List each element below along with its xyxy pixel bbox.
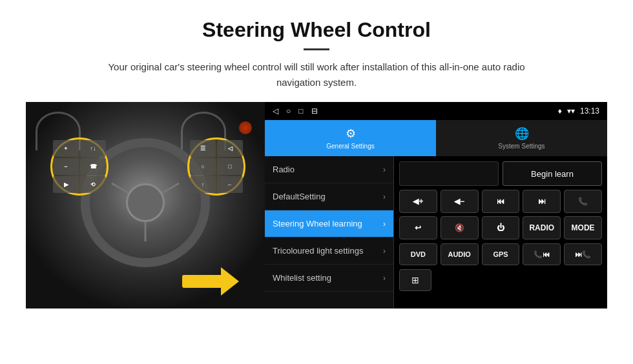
status-bar: ◁ ○ □ ⊟ ♦ ▾▾ 13:13: [265, 102, 607, 120]
last-row: ⊞: [399, 269, 602, 291]
call-button[interactable]: 📞: [564, 190, 602, 213]
system-settings-icon: 🌐: [515, 126, 529, 141]
vol-down-icon: ◀−: [454, 197, 464, 206]
tab-bar: ⚙ General Settings 🌐 System Settings: [265, 120, 607, 156]
nav-icons: ◁ ○ □ ⊟: [273, 106, 318, 116]
power-button[interactable]: ⏻: [482, 216, 520, 239]
audio-label: AUDIO: [448, 250, 470, 258]
chevron-icon-radio: ›: [383, 165, 386, 174]
prev-button[interactable]: ⏮: [482, 190, 520, 213]
vol-down-button[interactable]: ◀−: [441, 190, 479, 213]
subtitle: Your original car's steering wheel contr…: [97, 59, 536, 90]
back-nav-icon[interactable]: ◁: [273, 106, 278, 116]
vol-up-icon: ◀+: [413, 197, 423, 206]
menu-steering-label: Steering Wheel learning: [273, 219, 362, 228]
control-grid-row1: ◀+ ◀− ⏮ ⏭ 📞: [399, 190, 602, 239]
menu-item-default-setting[interactable]: DefaultSetting ›: [265, 183, 393, 210]
prev-call-icon: ⏭📞: [575, 250, 591, 259]
menu-tricoloured-label: Tricoloured light settings: [273, 246, 363, 256]
radio-button[interactable]: RADIO: [523, 216, 561, 239]
time-display: 13:13: [580, 106, 599, 116]
tab-general-settings[interactable]: ⚙ General Settings: [265, 120, 436, 156]
back-call-button[interactable]: ↩: [399, 216, 437, 239]
ctrl-left: ←: [217, 176, 243, 193]
menu-item-radio[interactable]: Radio ›: [265, 156, 393, 183]
menu-whitelist-label: Whitelist setting: [273, 273, 331, 283]
gps-label: GPS: [493, 250, 508, 258]
page-title: Steering Wheel Control: [26, 18, 607, 42]
location-icon: ♦: [558, 106, 562, 116]
page-wrapper: Steering Wheel Control Your original car…: [0, 0, 633, 321]
chevron-icon-default: ›: [383, 192, 386, 201]
call-prev-button[interactable]: 📞⏮: [523, 243, 561, 265]
back-call-icon: ↩: [415, 223, 421, 232]
menu-item-steering-wheel[interactable]: Steering Wheel learning ›: [265, 210, 393, 238]
ctrl-square: □: [217, 158, 243, 175]
chevron-icon-steering: ›: [383, 219, 386, 228]
left-menu: Radio › DefaultSetting › Steering Wheel …: [265, 156, 394, 308]
menu-radio-label: Radio: [273, 165, 295, 174]
content-area: + ↑↓ − ☎ ▶ ⟲ ☰ ◁ ○ □ ↑ ←: [26, 102, 607, 308]
radio-label: RADIO: [529, 223, 554, 232]
chevron-icon-whitelist: ›: [383, 274, 386, 283]
home-nav-icon[interactable]: ○: [286, 106, 291, 116]
ctrl-back: ⟲: [80, 176, 106, 193]
ctrl-back2: ◁: [217, 140, 243, 157]
call-prev-icon: 📞⏮: [534, 250, 550, 259]
begin-learn-button[interactable]: Begin learn: [503, 161, 602, 186]
title-divider: [304, 48, 329, 50]
menu-item-tricoloured[interactable]: Tricoloured light settings ›: [265, 238, 393, 265]
tab-general-label: General Settings: [326, 143, 375, 150]
ctrl-play: ▶: [53, 176, 79, 193]
dvd-button[interactable]: DVD: [399, 243, 437, 265]
steering-center: [126, 183, 165, 222]
tab-system-label: System Settings: [498, 143, 545, 150]
warning-light: [239, 121, 252, 134]
prev-call-button[interactable]: ⏭📞: [564, 243, 602, 265]
top-row: Begin learn: [399, 161, 602, 186]
left-controls: + ↑↓ − ☎ ▶ ⟲: [53, 140, 106, 193]
tab-system-settings[interactable]: 🌐 System Settings: [436, 120, 607, 156]
grid-icon: ⊞: [411, 275, 419, 285]
arrow-head: [221, 267, 239, 296]
gps-button[interactable]: GPS: [482, 243, 520, 265]
status-indicators: ♦ ▾▾ 13:13: [558, 106, 599, 116]
power-icon: ⏻: [497, 223, 504, 232]
title-section: Steering Wheel Control Your original car…: [26, 18, 607, 90]
chevron-icon-tricoloured: ›: [383, 247, 386, 256]
menu-item-whitelist[interactable]: Whitelist setting ›: [265, 265, 393, 292]
next-button[interactable]: ⏭: [523, 190, 561, 213]
right-panel: Begin learn ◀+ ◀− ⏮: [394, 156, 607, 308]
main-content: Radio › DefaultSetting › Steering Wheel …: [265, 156, 607, 308]
ctrl-minus: −: [53, 158, 79, 175]
android-ui: ◁ ○ □ ⊟ ♦ ▾▾ 13:13 ⚙ General Settings: [265, 102, 607, 308]
mute-button[interactable]: 🔇: [441, 216, 479, 239]
call-icon: 📞: [578, 197, 588, 206]
grid-icon-button[interactable]: ⊞: [399, 269, 431, 291]
menu-nav-icon[interactable]: ⊟: [311, 106, 318, 116]
dvd-label: DVD: [411, 250, 426, 258]
general-settings-icon: ⚙: [346, 126, 356, 141]
ctrl-home: ○: [190, 158, 216, 175]
menu-default-label: DefaultSetting: [273, 192, 326, 201]
mute-icon: 🔇: [455, 223, 464, 232]
arrow-body: [182, 275, 221, 288]
signal-icon: ▾▾: [567, 106, 575, 116]
mode-label: MODE: [572, 223, 595, 232]
empty-input-box: [399, 161, 499, 186]
ctrl-plus: +: [53, 140, 79, 157]
ctrl-phone: ☎: [80, 158, 106, 175]
right-controls: ☰ ◁ ○ □ ↑ ←: [190, 140, 243, 193]
bottom-row: DVD AUDIO GPS 📞⏮ ⏭📞: [399, 243, 602, 265]
recent-nav-icon[interactable]: □: [298, 106, 303, 116]
arrow-indicator: [182, 267, 239, 296]
ctrl-mode: ↑↓: [80, 140, 106, 157]
vol-up-button[interactable]: ◀+: [399, 190, 437, 213]
audio-button[interactable]: AUDIO: [441, 243, 479, 265]
ctrl-up: ↑: [190, 176, 216, 193]
prev-icon: ⏮: [497, 197, 504, 206]
car-image: + ↑↓ − ☎ ▶ ⟲ ☰ ◁ ○ □ ↑ ←: [26, 102, 265, 308]
mode-button[interactable]: MODE: [564, 216, 602, 239]
ctrl-menu: ☰: [190, 140, 216, 157]
next-icon: ⏭: [538, 197, 546, 206]
